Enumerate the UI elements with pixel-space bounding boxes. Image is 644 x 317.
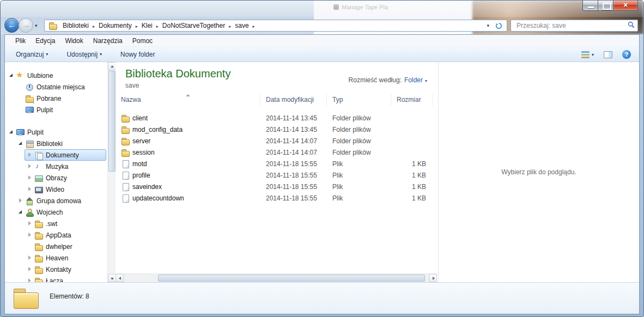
breadcrumb-separator-icon[interactable]: ▸ xyxy=(92,24,96,29)
arrange-by-dropdown[interactable]: Folder▾ xyxy=(404,76,427,84)
sidebar-item-wojciech[interactable]: Wojciech xyxy=(5,206,107,218)
file-row-session[interactable]: session2014-11-14 14:07Folder plików xyxy=(116,147,437,158)
breadcrumb-separator-icon[interactable]: ▸ xyxy=(135,24,139,29)
dropdown-arrow-icon: ▾ xyxy=(592,52,594,57)
collapsed-expander-icon[interactable] xyxy=(27,255,33,261)
help-button[interactable]: ? xyxy=(619,48,634,60)
search-input[interactable] xyxy=(515,21,628,30)
collapsed-expander-icon[interactable] xyxy=(27,152,33,158)
file-row-motd[interactable]: motd2014-11-18 15:55Plik1 KB xyxy=(116,158,437,169)
file-name-cell: mod_config_data xyxy=(116,125,260,134)
collapsed-expander-icon[interactable] xyxy=(27,186,33,192)
expanded-expander-icon[interactable] xyxy=(17,141,23,147)
maximize-button[interactable] xyxy=(598,1,613,11)
menu-item-pomoc[interactable]: Pomoc xyxy=(127,35,157,46)
sidebar-item-pobrane[interactable]: ↓Pobrane xyxy=(5,93,107,104)
menu-item-plik[interactable]: Plik xyxy=(10,35,31,46)
close-button[interactable]: × xyxy=(613,1,638,11)
video-icon xyxy=(34,185,43,194)
column-header-nazwa[interactable]: Nazwa xyxy=(116,94,260,106)
file-type: Plik xyxy=(327,183,391,191)
address-bar[interactable]: Biblioteki▸Dokumenty▸Klei▸DoNotStarveTog… xyxy=(44,20,507,32)
expanded-expander-icon[interactable] xyxy=(8,129,14,135)
scroll-down-button[interactable] xyxy=(108,274,116,282)
menu-item-narzędzia[interactable]: Narzędzia xyxy=(88,35,127,46)
file-name: motd xyxy=(132,160,147,168)
preview-pane-button[interactable] xyxy=(601,50,615,60)
breadcrumb-item-donotstarvetogether[interactable]: DoNotStarveTogether xyxy=(160,22,228,29)
sidebar-item-dokumenty[interactable]: Dokumenty xyxy=(5,149,107,161)
expanded-expander-icon[interactable] xyxy=(8,72,14,78)
toolbar-organizuj-button[interactable]: Organizuj▾ xyxy=(16,51,48,58)
file-name: profile xyxy=(132,172,150,179)
back-button[interactable]: ← xyxy=(4,18,19,33)
refresh-button[interactable] xyxy=(493,21,505,31)
scroll-right-button[interactable] xyxy=(429,274,437,282)
sidebar-item-label: Dokumenty xyxy=(46,151,79,159)
file-list-horizontal-scrollbar[interactable] xyxy=(116,273,437,282)
scroll-up-button[interactable] xyxy=(108,62,116,70)
menu-item-widok[interactable]: Widok xyxy=(60,35,88,46)
sidebar-item-obrazy[interactable]: Obrazy xyxy=(5,172,107,184)
navigation-pane-scrollbar[interactable] xyxy=(107,62,116,282)
breadcrumb-item-klei[interactable]: Klei xyxy=(139,22,155,29)
sidebar-item-dwhelper[interactable]: dwhelper xyxy=(5,241,107,252)
sidebar-item-swt[interactable]: .swt xyxy=(5,218,107,229)
sidebar-item-biblioteki[interactable]: Biblioteki xyxy=(5,138,107,149)
file-row-client[interactable]: client2014-11-14 13:45Folder plików xyxy=(116,112,437,124)
folder-icon xyxy=(34,242,43,251)
file-row-server[interactable]: server2014-11-14 14:07Folder plików xyxy=(116,135,437,147)
file-row-updatecountdown[interactable]: updatecountdown2014-11-18 15:55Plik1 KB xyxy=(116,192,437,204)
file-modified: 2014-11-18 15:55 xyxy=(260,172,327,179)
minimize-button[interactable] xyxy=(582,1,598,11)
toolbar-nowy-folder-button[interactable]: Nowy folder xyxy=(120,51,155,58)
file-row-saveindex[interactable]: saveindex2014-11-18 15:55Plik1 KB xyxy=(116,181,437,192)
address-history-dropdown-icon[interactable]: ▾ xyxy=(483,23,493,28)
sidebar-item-wideo[interactable]: Wideo xyxy=(5,184,107,195)
sidebar-item-muzyka[interactable]: Muzyka xyxy=(5,161,107,172)
column-header-typ[interactable]: Typ xyxy=(327,94,391,106)
collapsed-expander-icon[interactable] xyxy=(27,221,33,227)
menu-bar: PlikEdycjaWidokNarzędziaPomoc xyxy=(5,35,639,47)
sidebar-item-heaven[interactable]: Heaven xyxy=(5,252,107,264)
search-icon xyxy=(628,21,635,30)
sidebar-item-ostatnie-miejsca[interactable]: Ostatnie miejsca xyxy=(5,81,107,93)
breadcrumb-item-save[interactable]: save xyxy=(232,22,251,29)
sidebar-item-pulpit[interactable]: Pulpit xyxy=(5,126,107,138)
expander-spacer xyxy=(27,243,33,249)
sidebar-item-łącza[interactable]: Łącza xyxy=(5,275,107,282)
toolbar-udostępnij-button[interactable]: Udostępnij▾ xyxy=(66,51,102,58)
collapsed-expander-icon[interactable] xyxy=(17,198,23,204)
sidebar-item-ulubione[interactable]: Ulubione xyxy=(5,70,107,81)
sidebar-item-appdata[interactable]: AppData xyxy=(5,229,107,241)
breadcrumb-item-dokumenty[interactable]: Dokumenty xyxy=(96,22,135,29)
breadcrumb-separator-icon[interactable]: ▸ xyxy=(252,24,256,29)
recent-pages-dropdown-icon[interactable]: ▾ xyxy=(35,23,38,28)
menu-item-edycja[interactable]: Edycja xyxy=(31,35,60,46)
column-header-rozmiar[interactable]: Rozmiar xyxy=(391,94,433,106)
collapsed-expander-icon[interactable] xyxy=(27,266,33,272)
library-header: Biblioteka Dokumenty save Rozmieść wedłu… xyxy=(116,62,437,89)
scrollbar-thumb[interactable] xyxy=(108,71,116,172)
collapsed-expander-icon[interactable] xyxy=(27,175,33,181)
close-icon: × xyxy=(613,1,637,10)
column-header-data-modyfikacji[interactable]: Data modyfikacji xyxy=(260,94,327,106)
breadcrumb-item-biblioteki[interactable]: Biblioteki xyxy=(60,22,92,29)
collapsed-expander-icon[interactable] xyxy=(27,232,33,238)
sidebar-item-pulpit[interactable]: Pulpit xyxy=(5,104,107,115)
items-count: Elementów: 8 xyxy=(50,292,89,300)
forward-button[interactable]: → xyxy=(19,18,33,33)
sidebar-item-kontakty[interactable]: Kontakty xyxy=(5,264,107,275)
sidebar-item-grupa-domowa[interactable]: Grupa domowa xyxy=(5,195,107,206)
explorer-window: Manage Tape Pla × ← → ▾ Biblioteki▸Dokum… xyxy=(0,0,644,317)
breadcrumb-separator-icon[interactable]: ▸ xyxy=(155,24,160,29)
folder-icon xyxy=(121,114,130,123)
scrollbar-thumb[interactable] xyxy=(158,275,425,282)
change-view-button[interactable]: ▾ xyxy=(579,50,597,60)
expanded-expander-icon[interactable] xyxy=(17,209,23,215)
collapsed-expander-icon[interactable] xyxy=(27,163,33,169)
file-row-mod-config-data[interactable]: mod_config_data2014-11-14 13:45Folder pl… xyxy=(116,124,437,135)
collapsed-expander-icon[interactable] xyxy=(27,278,33,282)
scroll-left-button[interactable] xyxy=(116,274,124,282)
file-row-profile[interactable]: profile2014-11-18 15:55Plik1 KB xyxy=(116,169,437,181)
